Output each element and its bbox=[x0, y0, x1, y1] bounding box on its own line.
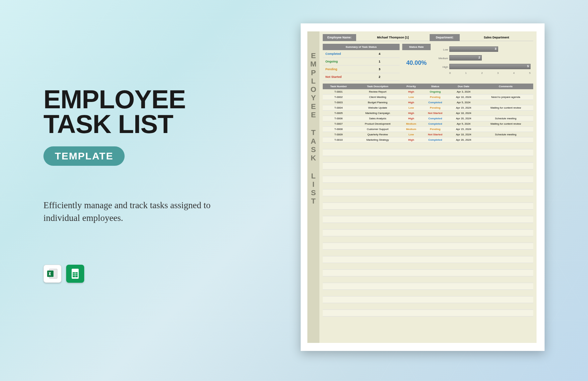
summary-row: Not Started2 bbox=[323, 73, 400, 81]
table-row: T-0006Sales AnalysisHighCompletedApr 20,… bbox=[323, 116, 533, 121]
vertical-title: EMPLOYEETASKLIST bbox=[307, 31, 319, 343]
empty-row bbox=[323, 163, 533, 169]
empty-row bbox=[323, 203, 533, 210]
chart-axis: 012345 bbox=[449, 71, 531, 75]
empty-row bbox=[323, 143, 533, 149]
empty-row bbox=[323, 223, 533, 230]
emp-name-value: Michael Thompson [1] bbox=[356, 34, 430, 41]
priority-bar-chart: Low3Medium2High5012345 bbox=[433, 44, 533, 81]
col-header: Task Number bbox=[323, 84, 354, 89]
google-sheets-icon bbox=[66, 265, 84, 283]
empty-row bbox=[323, 296, 533, 303]
empty-row bbox=[323, 243, 533, 250]
hero-tagline: Efficiently manage and track tasks assig… bbox=[43, 199, 231, 225]
rate-header: Status Rate bbox=[402, 44, 431, 50]
table-row: T-0001Review ReportHighOngoingApr 3, 202… bbox=[323, 89, 533, 95]
empty-row bbox=[323, 149, 533, 156]
empty-row bbox=[323, 250, 533, 256]
summary-row: Ongoing1 bbox=[323, 58, 400, 66]
status-rate-box: Status Rate 40.00% bbox=[402, 44, 431, 81]
empty-row bbox=[323, 236, 533, 243]
hero-section: EMPLOYEE TASK LIST TEMPLATE Efficiently … bbox=[43, 87, 231, 283]
emp-name-label: Employee Name: bbox=[323, 34, 356, 41]
empty-row bbox=[323, 176, 533, 183]
empty-row bbox=[323, 263, 533, 270]
empty-row bbox=[323, 256, 533, 263]
task-table: Task NumberTask DescriptionPriorityStatu… bbox=[323, 84, 533, 316]
table-row: T-0002Client MeetingLowPendingApr 10, 20… bbox=[323, 95, 533, 100]
empty-row bbox=[323, 303, 533, 310]
table-row: T-0008Customer SupportMediumPendingApr 1… bbox=[323, 127, 533, 132]
empty-row bbox=[323, 156, 533, 163]
format-icons bbox=[43, 265, 231, 283]
excel-icon bbox=[43, 265, 61, 283]
col-header: Comments bbox=[478, 84, 533, 89]
template-preview: EMPLOYEETASKLIST Employee Name: Michael … bbox=[301, 23, 545, 351]
table-row: T-0005Marketing CampaignHighNot StartedA… bbox=[323, 111, 533, 116]
table-row: T-0010Marketing StrategyHighCompletedApr… bbox=[323, 137, 533, 143]
empty-row bbox=[323, 169, 533, 176]
empty-row bbox=[323, 270, 533, 276]
hero-title-l1: EMPLOYEE bbox=[43, 87, 231, 112]
empty-row bbox=[323, 230, 533, 236]
chart-bar: Low3 bbox=[436, 45, 531, 54]
table-row: T-0009Quarterly ReviewLowNot StartedApr … bbox=[323, 132, 533, 137]
hero-title-l2: TASK LIST bbox=[43, 112, 231, 136]
empty-row bbox=[323, 283, 533, 290]
summary-table: Summary of Task Status Completed4Ongoing… bbox=[323, 44, 400, 81]
spreadsheet: EMPLOYEETASKLIST Employee Name: Michael … bbox=[307, 31, 537, 343]
empty-row bbox=[323, 290, 533, 296]
summary-row: Completed4 bbox=[323, 50, 400, 58]
col-header: Status bbox=[421, 84, 449, 89]
col-header: Due Date bbox=[449, 84, 478, 89]
svg-rect-1 bbox=[47, 270, 53, 277]
empty-row bbox=[323, 210, 533, 216]
empty-row bbox=[323, 276, 533, 283]
chart-bar: High5 bbox=[436, 62, 531, 71]
employee-header: Employee Name: Michael Thompson [1] Depa… bbox=[323, 34, 533, 41]
template-badge: TEMPLATE bbox=[43, 146, 125, 166]
summary-section: Summary of Task Status Completed4Ongoing… bbox=[323, 44, 533, 81]
summary-row: Pending3 bbox=[323, 66, 400, 73]
chart-bar: Medium2 bbox=[436, 54, 531, 62]
empty-row bbox=[323, 189, 533, 196]
col-header: Task Description bbox=[354, 84, 401, 89]
dept-value: Sales Department bbox=[460, 34, 533, 41]
rate-value: 40.00% bbox=[402, 50, 431, 76]
col-header: Priority bbox=[401, 84, 421, 89]
empty-row bbox=[323, 310, 533, 316]
table-row: T-0004Website UpdateLowPendingApr 15, 20… bbox=[323, 105, 533, 111]
empty-row bbox=[323, 183, 533, 189]
table-row: T-0003Budget PlanningHighCompletedApr 5,… bbox=[323, 100, 533, 105]
dept-label: Department: bbox=[430, 34, 460, 41]
table-row: T-0007Product DevelopmentMediumCompleted… bbox=[323, 121, 533, 127]
empty-row bbox=[323, 196, 533, 203]
summary-header: Summary of Task Status bbox=[323, 44, 400, 50]
empty-row bbox=[323, 216, 533, 223]
